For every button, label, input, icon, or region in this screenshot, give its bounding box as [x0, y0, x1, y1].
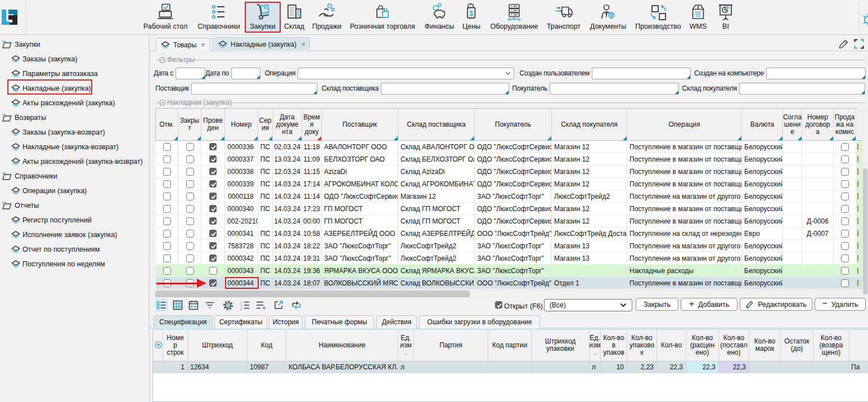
svg-text:3: 3	[240, 307, 242, 310]
svg-text:$: $	[469, 9, 474, 17]
